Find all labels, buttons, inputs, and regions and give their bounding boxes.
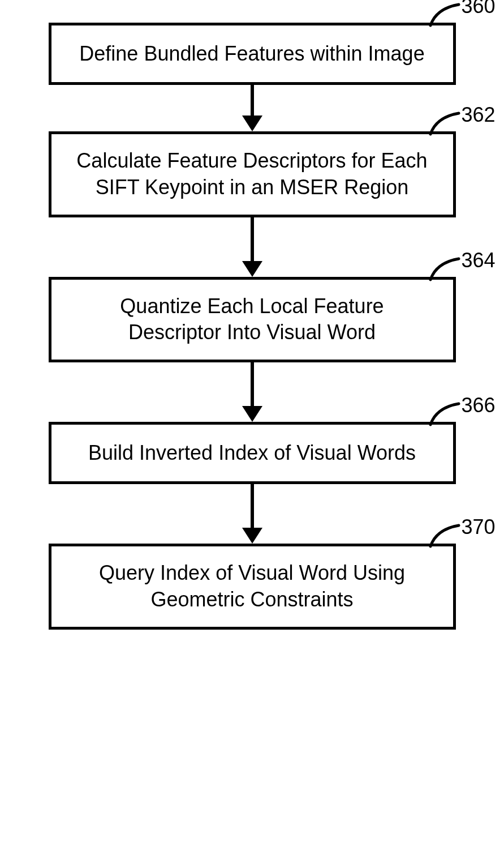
box-text: Build Inverted Index of Visual Words — [88, 440, 416, 467]
box-quantize-descriptor: Quantize Each Local FeatureDescriptor In… — [49, 277, 456, 363]
arrow-3 — [242, 362, 262, 422]
callout-hook-366 — [428, 399, 462, 427]
step-4: 366 Build Inverted Index of Visual Words — [23, 422, 481, 544]
box-text: Query Index of Visual Word UsingGeometri… — [99, 560, 405, 613]
step-1: 360 Define Bundled Features within Image — [23, 23, 481, 131]
box-define-bundled-features: Define Bundled Features within Image — [49, 23, 456, 85]
box-query-index: Query Index of Visual Word UsingGeometri… — [49, 544, 456, 630]
arrow-4 — [242, 484, 262, 544]
step-label-370: 370 — [461, 515, 495, 539]
box-calculate-descriptors: Calculate Feature Descriptors for EachSI… — [49, 131, 456, 217]
callout-hook-364 — [428, 254, 462, 283]
step-5: 370 Query Index of Visual Word UsingGeom… — [23, 544, 481, 630]
step-3: 364 Quantize Each Local FeatureDescripto… — [23, 277, 481, 422]
flowchart: 360 Define Bundled Features within Image… — [23, 23, 481, 630]
arrow-2 — [242, 217, 262, 277]
callout-hook-362 — [428, 109, 462, 137]
box-text: Define Bundled Features within Image — [79, 41, 424, 67]
step-label-362: 362 — [461, 103, 495, 127]
step-label-366: 366 — [461, 394, 495, 417]
box-build-inverted-index: Build Inverted Index of Visual Words — [49, 422, 456, 484]
step-label-364: 364 — [461, 249, 495, 272]
step-2: 362 Calculate Feature Descriptors for Ea… — [23, 131, 481, 277]
step-label-360: 360 — [461, 0, 495, 18]
box-text: Quantize Each Local FeatureDescriptor In… — [120, 293, 384, 347]
callout-hook-360 — [428, 0, 462, 28]
box-text: Calculate Feature Descriptors for EachSI… — [76, 148, 427, 201]
arrow-1 — [242, 85, 262, 131]
callout-hook-370 — [428, 521, 462, 549]
